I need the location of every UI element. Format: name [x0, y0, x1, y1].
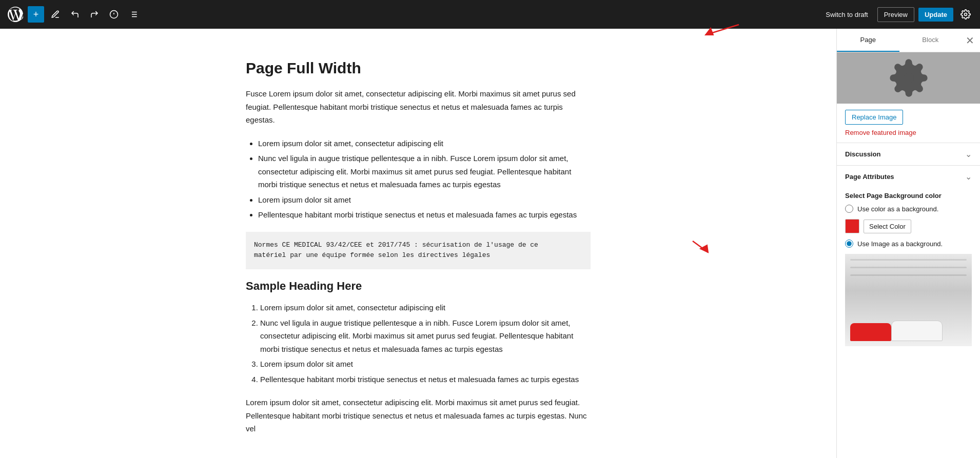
- intro-paragraph[interactable]: Fusce Lorem ipsum dolor sit amet, consec…: [246, 87, 591, 127]
- use-color-label[interactable]: Use color as a background.: [857, 205, 938, 213]
- use-image-radio-row: Use Image as a background.: [845, 240, 972, 248]
- bullet-list: Lorem ipsum dolor sit amet, consectetur …: [258, 137, 591, 222]
- list-item[interactable]: Lorem ipsum dolor sit amet, consectetur …: [258, 137, 591, 150]
- ceiling-line: [850, 267, 967, 268]
- list-item[interactable]: Pellentesque habitant morbi tristique se…: [260, 373, 591, 386]
- toolbar: + Switch to draft Preview Update: [0, 0, 980, 29]
- page-attributes-body: Select Page Background color Use color a…: [837, 188, 980, 354]
- cars-image: [845, 254, 972, 346]
- update-button[interactable]: Update: [918, 8, 953, 22]
- tab-block[interactable]: Block: [899, 29, 962, 52]
- use-image-radio[interactable]: [845, 240, 853, 248]
- editor-content: Page Full Width Fusce Lorem ipsum dolor …: [233, 59, 603, 427]
- car-red: [850, 323, 891, 341]
- editor-area[interactable]: Page Full Width Fusce Lorem ipsum dolor …: [0, 29, 836, 458]
- list-item[interactable]: Lorem ipsum dolor sit amet: [258, 193, 591, 207]
- list-item[interactable]: Lorem ipsum dolor sit amet, consectetur …: [260, 301, 591, 314]
- list-item[interactable]: Pellentesque habitant morbi tristique se…: [258, 208, 591, 222]
- featured-image-thumbnail[interactable]: [837, 52, 980, 104]
- discussion-accordion-header[interactable]: Discussion ⌄: [837, 143, 980, 165]
- chevron-down-icon: ⌄: [965, 149, 972, 159]
- redo-button[interactable]: [86, 6, 103, 23]
- page-title[interactable]: Page Full Width: [246, 59, 591, 77]
- color-swatch[interactable]: [845, 219, 859, 233]
- edit-icon-button[interactable]: [47, 6, 64, 23]
- numbered-list: Lorem ipsum dolor sit amet, consectetur …: [260, 301, 591, 386]
- add-block-button[interactable]: +: [28, 6, 44, 23]
- featured-image-section: Replace Image Remove featured image: [837, 52, 980, 143]
- settings-button[interactable]: [957, 6, 974, 23]
- switch-to-draft-button[interactable]: Switch to draft: [820, 8, 873, 22]
- list-item[interactable]: Lorem ipsum dolor sit amet: [260, 357, 591, 371]
- sidebar-tabs: Page Block ✕: [837, 29, 980, 52]
- list-item[interactable]: Nunc vel ligula in augue tristique pelle…: [260, 316, 591, 356]
- select-color-button[interactable]: Select Color: [864, 220, 911, 233]
- remove-image-link[interactable]: Remove featured image: [845, 129, 972, 136]
- background-image-thumbnail[interactable]: [845, 254, 972, 346]
- use-image-label[interactable]: Use Image as a background.: [857, 240, 943, 248]
- sidebar-body: Replace Image Remove featured image Disc…: [837, 52, 980, 458]
- ceiling-line: [850, 259, 967, 261]
- bottom-paragraph[interactable]: Lorem ipsum dolor sit amet, consectetur …: [246, 396, 591, 435]
- main-layout: Page Full Width Fusce Lorem ipsum dolor …: [0, 29, 980, 458]
- ceiling-line: [850, 274, 967, 276]
- car-white: [891, 321, 943, 341]
- featured-image-controls: Replace Image Remove featured image: [837, 104, 980, 143]
- section-heading[interactable]: Sample Heading Here: [246, 280, 591, 293]
- preview-button[interactable]: Preview: [877, 7, 914, 22]
- page-attributes-label: Page Attributes: [845, 173, 894, 181]
- use-color-radio-row: Use color as a background.: [845, 205, 972, 213]
- svg-point-9: [965, 13, 967, 16]
- svg-point-10: [904, 73, 914, 83]
- page-attributes-accordion: Page Attributes ⌄ Select Page Background…: [837, 165, 980, 354]
- discussion-accordion: Discussion ⌄: [837, 143, 980, 165]
- toolbar-right: Switch to draft Preview Update: [820, 6, 974, 23]
- discussion-label: Discussion: [845, 150, 880, 158]
- ceiling-lines: [845, 254, 972, 276]
- undo-button[interactable]: [67, 6, 83, 23]
- wordpress-logo[interactable]: [6, 5, 25, 24]
- info-button[interactable]: [106, 6, 122, 23]
- close-sidebar-button[interactable]: ✕: [962, 32, 978, 49]
- toolbar-left: +: [6, 5, 142, 24]
- sidebar-panel: Page Block ✕ Replace Image Remove featur…: [836, 29, 980, 458]
- color-select-row: Select Color: [845, 219, 972, 233]
- list-item[interactable]: Nunc vel ligula in augue tristique pelle…: [258, 152, 591, 191]
- chevron-down-icon: ⌄: [965, 172, 972, 182]
- code-block[interactable]: Normes CE MEDICAL 93/42/CEE et 2017/745 …: [246, 232, 591, 270]
- list-view-button[interactable]: [125, 6, 142, 23]
- tab-page[interactable]: Page: [837, 29, 899, 52]
- replace-image-button[interactable]: Replace Image: [845, 110, 903, 125]
- page-attributes-accordion-header[interactable]: Page Attributes ⌄: [837, 166, 980, 188]
- bg-color-section-label: Select Page Background color: [845, 192, 972, 200]
- use-color-radio[interactable]: [845, 205, 853, 213]
